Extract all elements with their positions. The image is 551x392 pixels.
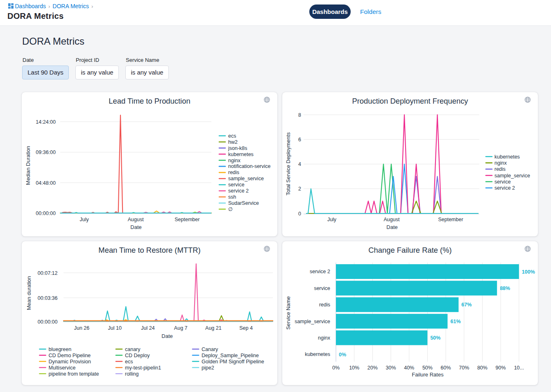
svg-text:Jul 24: Jul 24 [141,325,154,331]
svg-text:100%: 100% [522,269,535,275]
svg-text:30%: 30% [386,365,396,371]
svg-text:4: 4 [298,161,301,167]
svg-text:September: September [438,217,463,222]
svg-text:sample_service: sample_service [228,176,264,181]
svg-text:0: 0 [298,211,301,217]
svg-text:July: July [327,217,337,222]
svg-text:10%: 10% [349,365,359,371]
svg-text:canary: canary [125,347,141,352]
svg-text:Total Service Deployments: Total Service Deployments [285,132,291,195]
svg-text:50%: 50% [430,335,440,341]
svg-text:ssh: ssh [228,194,236,200]
svg-text:09:36:00: 09:36:00 [36,150,56,155]
svg-text:Failure Rates: Failure Rates [412,372,444,378]
svg-text:Median Duration: Median Duration [25,146,31,185]
svg-text:Lead Time to Production: Lead Time to Production [109,97,190,105]
svg-text:6: 6 [298,137,301,143]
svg-text:Date: Date [386,224,397,230]
svg-text:service 2: service 2 [494,185,515,191]
svg-text:Dynamic Provision: Dynamic Provision [49,359,91,365]
svg-text:nginx: nginx [494,160,507,166]
svg-text:service 2: service 2 [310,269,330,274]
svg-text:August: August [384,217,400,222]
svg-text:kubernetes: kubernetes [305,351,330,357]
svg-text:60%: 60% [441,365,451,371]
svg-text:10...: 10... [514,365,524,371]
svg-text:kubernetes: kubernetes [228,152,254,157]
svg-text:00:07:12: 00:07:12 [38,270,58,276]
svg-text:sample_service: sample_service [494,173,530,179]
svg-text:61%: 61% [451,319,461,324]
svg-text:nginx: nginx [318,335,331,341]
svg-text:88%: 88% [500,286,510,291]
svg-text:0%: 0% [339,352,346,358]
svg-text:CD Deploy: CD Deploy [125,353,150,358]
svg-text:Jun 26: Jun 26 [74,325,90,331]
svg-text:json-k8s: json-k8s [228,145,247,151]
svg-text:20%: 20% [367,365,378,371]
svg-text:Sep 4: Sep 4 [239,325,253,331]
svg-text:50%: 50% [422,365,433,371]
svg-text:90%: 90% [496,365,506,371]
svg-text:8: 8 [298,112,301,118]
svg-text:pipeline from template: pipeline from template [49,371,99,377]
svg-text:Jul 10: Jul 10 [108,325,122,331]
svg-text:Change Failure Rate (%): Change Failure Rate (%) [368,246,451,254]
svg-text:67%: 67% [461,302,472,308]
svg-text:bluegreen: bluegreen [49,347,72,352]
svg-text:kubernetes: kubernetes [494,154,520,160]
svg-text:Mean duration: Mean duration [26,276,32,310]
svg-text:Date: Date [130,224,141,230]
svg-text:2: 2 [298,186,301,192]
svg-text:Aug 7: Aug 7 [174,325,188,331]
svg-text:04:48:00: 04:48:00 [36,180,56,186]
svg-text:service: service [494,179,511,185]
svg-text:ecs: ecs [125,359,133,365]
svg-text:July: July [79,217,89,222]
svg-text:80%: 80% [477,365,488,371]
svg-text:hw2: hw2 [228,139,238,145]
svg-text:00:03:36: 00:03:36 [38,295,58,301]
svg-text:service 2: service 2 [228,188,249,194]
svg-text:Canary: Canary [202,347,218,352]
svg-text:sample_service: sample_service [295,319,330,324]
svg-text:00:00:00: 00:00:00 [38,319,58,325]
svg-text:Production Deployment Frequenc: Production Deployment Frequency [352,97,468,105]
svg-text:SudarService: SudarService [228,200,259,206]
svg-text:Golden PM Signoff Pipeline: Golden PM Signoff Pipeline [202,359,264,365]
svg-text:∅: ∅ [228,206,233,212]
svg-text:CD Demo Pipeline: CD Demo Pipeline [49,353,91,358]
svg-text:Deploy_Sample_Pipeline: Deploy_Sample_Pipeline [202,353,259,358]
svg-text:70%: 70% [459,365,469,371]
svg-text:ecs: ecs [228,133,236,139]
svg-text:redis: redis [494,166,506,172]
svg-text:September: September [175,217,200,222]
svg-text:service: service [314,286,330,291]
svg-text:Service Name: Service Name [285,296,291,330]
svg-text:00:00:00: 00:00:00 [36,211,56,216]
svg-text:August: August [128,217,144,222]
svg-text:14:24:00: 14:24:00 [36,119,56,125]
svg-text:pipe2: pipe2 [202,365,214,371]
svg-text:nginx: nginx [228,158,241,163]
svg-text:40%: 40% [404,365,414,371]
svg-text:Mean Time to Restore (MTTR): Mean Time to Restore (MTTR) [98,246,200,254]
svg-text:Multiservice: Multiservice [49,365,76,371]
svg-text:notification-service: notification-service [228,163,271,169]
svg-text:rolling: rolling [125,371,138,377]
svg-text:redis: redis [319,302,330,308]
svg-text:redis: redis [228,170,239,175]
svg-text:Date: Date [161,333,172,339]
svg-text:0%: 0% [332,365,340,371]
svg-text:service: service [228,182,245,188]
svg-text:my-test-pipelin1: my-test-pipelin1 [125,365,161,371]
svg-text:Aug 21: Aug 21 [205,325,222,331]
